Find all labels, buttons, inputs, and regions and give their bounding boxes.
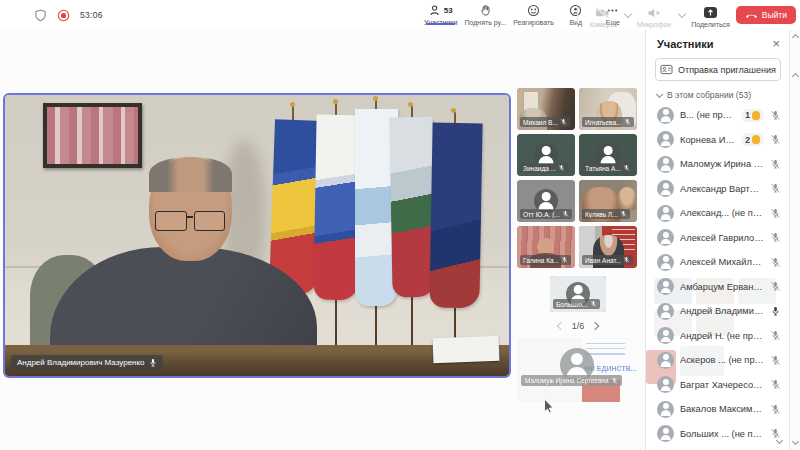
participant-name: Больших ... (не проверено) (680, 429, 764, 439)
section-in-this-meeting[interactable]: В этом собрании (53) (657, 90, 779, 100)
close-icon[interactable]: × (772, 39, 780, 49)
participant-row[interactable]: Александ... (не проверено) (646, 201, 790, 226)
avatar (657, 254, 674, 271)
avatar (657, 376, 674, 393)
participant-row[interactable]: Андрей Н. (не проверено) (646, 324, 790, 349)
video-thumbnail[interactable]: Больших... (550, 276, 606, 312)
thumbnail-name: Галина Ка... (523, 257, 559, 264)
camera-button[interactable]: Камера (587, 2, 617, 28)
video-thumbnail[interactable]: Зинаида ... (517, 134, 575, 176)
main-speaker-video[interactable]: Андрей Владимирович Мазуренко (3, 93, 511, 378)
scroll-down-icon[interactable] (792, 438, 799, 445)
participant-row[interactable]: Маломуж Ирина Сергее... (646, 152, 790, 177)
thumbnail-name: Маломуж Ирина Сергеевна (525, 377, 609, 384)
mic-muted-icon (558, 164, 565, 172)
video-thumbnail[interactable]: Татьяна А... (579, 134, 637, 176)
thumbnail-name-label: Отт Ю.А. (... (520, 209, 572, 219)
avatar (657, 401, 674, 418)
avatar (657, 229, 674, 246)
react-button[interactable]: Реагировать (513, 0, 554, 26)
participant-name: Алексей Михайлович Ля... (680, 257, 764, 267)
mic-muted-icon[interactable] (770, 257, 781, 268)
thumbnail-pager: 1/6 (517, 319, 639, 333)
participant-name: Андрей Владимирович ... (680, 306, 764, 316)
thumbnail-name-label: Татьяна А... (582, 163, 633, 173)
participant-row[interactable]: Алексей Михайлович Ля... (646, 250, 790, 275)
share-label: Поделиться (691, 21, 730, 28)
video-thumbnail[interactable]: Отт Ю.А. (... (517, 180, 575, 222)
mic-muted-icon[interactable] (770, 208, 781, 219)
mic-muted-icon[interactable] (770, 330, 781, 341)
speaker-name: Андрей Владимирович Мазуренко (17, 358, 145, 367)
participant-name: Андрей Н. (не проверено) (680, 331, 764, 341)
window-scrollbar[interactable] (789, 30, 800, 450)
mic-muted-icon[interactable] (770, 183, 781, 194)
participant-name: Амбарцум Ервандович Х... (680, 282, 764, 292)
avatar (657, 107, 674, 124)
participant-name: Александр Вартанович Ч... (680, 184, 764, 194)
record-icon[interactable] (57, 9, 70, 22)
participant-row[interactable]: Больших ... (не проверено) (646, 422, 790, 447)
toolbar-divider (577, 7, 578, 23)
mic-muted-icon[interactable] (770, 428, 781, 439)
participant-row[interactable]: Андрей Владимирович ... (646, 299, 790, 324)
participant-row[interactable]: Баграт Хачересович Куль... (646, 373, 790, 398)
leave-button[interactable]: Выйти (736, 6, 796, 24)
mic-muted-icon[interactable] (770, 355, 781, 366)
thumbnail-name: Больших... (556, 301, 588, 308)
video-thumbnail[interactable]: Кулявь Л... (579, 180, 637, 222)
mic-on-icon[interactable] (770, 306, 781, 317)
participant-row[interactable]: Корнева Ирина ... 2 (646, 128, 790, 153)
participant-row[interactable]: Буданова Ирина Юрьевна (646, 446, 790, 450)
share-button[interactable]: Поделиться (691, 2, 730, 28)
mic-muted-icon (623, 256, 630, 264)
participant-row[interactable]: Алексей Гаврилович Плу... (646, 226, 790, 251)
participants-button[interactable]: 53 Участники (424, 0, 457, 26)
mic-muted-icon[interactable] (770, 281, 781, 292)
mic-muted-icon[interactable] (770, 379, 781, 390)
participant-row[interactable]: Александр Вартанович Ч... (646, 177, 790, 202)
avatar (657, 180, 674, 197)
send-invite-button[interactable]: Отправка приглашения (655, 58, 781, 81)
avatar (657, 278, 674, 295)
participant-name: Александ... (не проверено) (680, 208, 764, 218)
mic-button[interactable]: Микрофон (637, 2, 671, 28)
avatar (657, 131, 674, 148)
participant-name: Корнева Ирина ... (680, 135, 735, 145)
participant-row[interactable]: В... (не проверено) 1 (646, 103, 790, 128)
thumbnail-name-label: Михаил В... (520, 117, 570, 127)
mic-muted-icon[interactable] (770, 232, 781, 243)
video-thumbnail[interactable]: Михаил В... (517, 88, 575, 130)
speaker-name-label: Андрей Владимирович Мазуренко (11, 355, 163, 370)
phone-hangup-icon (745, 12, 758, 19)
scroll-up-icon[interactable] (792, 34, 799, 41)
mic-chevron-icon[interactable] (678, 10, 686, 18)
mic-muted-icon[interactable] (770, 159, 781, 170)
video-thumbnail[interactable]: Галина Ка... (517, 226, 575, 268)
participant-row[interactable]: Амбарцум Ервандович Х... (646, 275, 790, 300)
participant-name: Алексей Гаврилович Плу... (680, 233, 764, 243)
pager-prev-icon[interactable] (556, 322, 564, 330)
thumbnail-name: Зинаида ... (523, 165, 556, 172)
mic-muted-icon[interactable] (770, 134, 781, 145)
participant-name: Бакалов Максим Владим... (680, 404, 764, 414)
shield-icon[interactable] (34, 9, 47, 22)
mouse-cursor (543, 398, 555, 415)
panel-title: Участники (657, 38, 714, 50)
react-label: Реагировать (513, 19, 554, 26)
mic-muted-icon[interactable] (770, 110, 781, 121)
participant-row[interactable]: Аскеров ... (не проверено) (646, 348, 790, 373)
mic-muted-icon[interactable] (770, 404, 781, 415)
avatar (657, 425, 674, 442)
panel-scroll-up-icon[interactable] (792, 73, 799, 80)
raise-hand-button[interactable]: Поднять ру... (464, 0, 506, 26)
pager-next-icon[interactable] (591, 322, 599, 330)
active-tab-underline (426, 23, 455, 26)
thumbnail-name-label: Маломуж Ирина Сергеевна (521, 375, 622, 386)
video-thumbnail[interactable]: Иван Анат... (579, 226, 637, 268)
participant-row[interactable]: Бакалов Максим Владим... (646, 397, 790, 422)
participant-name: В... (не проверено) (680, 110, 735, 120)
camera-chevron-icon[interactable] (624, 10, 632, 18)
faded-thumbnail[interactable]: ИМ ЕДИНСТВ... Маломуж Ирина Сергеевна (517, 338, 637, 402)
video-thumbnail[interactable]: Игнатьева... (579, 88, 637, 130)
